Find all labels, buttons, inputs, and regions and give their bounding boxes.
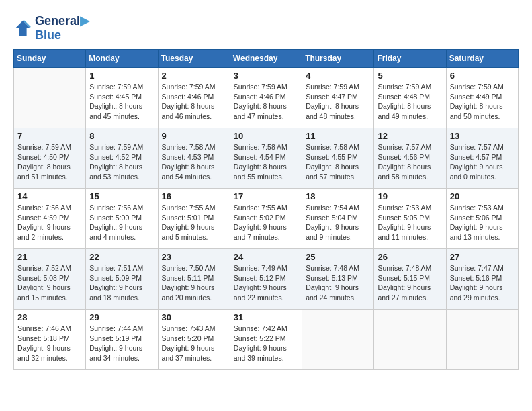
day-number: 17 <box>234 191 298 201</box>
day-info: Sunrise: 7:46 AM Sunset: 5:18 PM Dayligh… <box>17 324 82 363</box>
calendar-body: 1Sunrise: 7:59 AM Sunset: 4:45 PM Daylig… <box>14 68 519 370</box>
day-info: Sunrise: 7:48 AM Sunset: 5:15 PM Dayligh… <box>378 263 442 303</box>
day-info: Sunrise: 7:52 AM Sunset: 5:08 PM Dayligh… <box>17 263 82 303</box>
week-row-1: 1Sunrise: 7:59 AM Sunset: 4:45 PM Daylig… <box>14 68 519 128</box>
day-cell: 1Sunrise: 7:59 AM Sunset: 4:45 PM Daylig… <box>86 68 158 128</box>
day-number: 6 <box>450 71 515 81</box>
weekday-friday: Friday <box>374 50 446 68</box>
day-number: 16 <box>162 191 226 201</box>
day-info: Sunrise: 7:58 AM Sunset: 4:55 PM Dayligh… <box>306 142 370 182</box>
weekday-tuesday: Tuesday <box>158 50 230 68</box>
day-info: Sunrise: 7:47 AM Sunset: 5:16 PM Dayligh… <box>450 263 515 303</box>
day-cell <box>14 68 86 128</box>
day-cell: 9Sunrise: 7:58 AM Sunset: 4:53 PM Daylig… <box>158 128 230 189</box>
day-number: 11 <box>306 131 370 141</box>
day-info: Sunrise: 7:59 AM Sunset: 4:47 PM Dayligh… <box>306 82 370 122</box>
svg-marker-0 <box>15 20 30 35</box>
day-number: 30 <box>162 312 226 322</box>
week-row-3: 14Sunrise: 7:56 AM Sunset: 4:59 PM Dayli… <box>14 189 519 249</box>
day-cell: 28Sunrise: 7:46 AM Sunset: 5:18 PM Dayli… <box>14 310 86 370</box>
logo-text: General▶ Blue <box>35 13 89 42</box>
day-number: 3 <box>234 71 298 81</box>
day-cell: 29Sunrise: 7:44 AM Sunset: 5:19 PM Dayli… <box>86 310 158 370</box>
logo: General▶ Blue <box>13 13 89 42</box>
day-info: Sunrise: 7:55 AM Sunset: 5:02 PM Dayligh… <box>234 203 298 242</box>
day-cell: 23Sunrise: 7:50 AM Sunset: 5:11 PM Dayli… <box>158 249 230 310</box>
day-info: Sunrise: 7:42 AM Sunset: 5:22 PM Dayligh… <box>234 324 298 363</box>
weekday-header-row: SundayMondayTuesdayWednesdayThursdayFrid… <box>14 50 519 68</box>
weekday-monday: Monday <box>86 50 158 68</box>
day-info: Sunrise: 7:57 AM Sunset: 4:57 PM Dayligh… <box>450 142 515 182</box>
day-number: 8 <box>89 131 154 141</box>
day-number: 7 <box>17 131 82 141</box>
day-number: 1 <box>89 71 154 81</box>
day-number: 18 <box>306 191 370 201</box>
day-info: Sunrise: 7:54 AM Sunset: 5:04 PM Dayligh… <box>306 203 370 242</box>
day-cell: 15Sunrise: 7:56 AM Sunset: 5:00 PM Dayli… <box>86 189 158 249</box>
calendar: SundayMondayTuesdayWednesdayThursdayFrid… <box>13 49 519 370</box>
day-cell: 17Sunrise: 7:55 AM Sunset: 5:02 PM Dayli… <box>230 189 302 249</box>
day-info: Sunrise: 7:53 AM Sunset: 5:05 PM Dayligh… <box>378 203 442 242</box>
day-number: 4 <box>306 71 370 81</box>
header: General▶ Blue <box>13 13 519 42</box>
day-cell: 7Sunrise: 7:59 AM Sunset: 4:50 PM Daylig… <box>14 128 86 189</box>
day-info: Sunrise: 7:59 AM Sunset: 4:52 PM Dayligh… <box>89 142 154 182</box>
day-cell: 22Sunrise: 7:51 AM Sunset: 5:09 PM Dayli… <box>86 249 158 310</box>
weekday-sunday: Sunday <box>14 50 86 68</box>
day-cell: 3Sunrise: 7:59 AM Sunset: 4:46 PM Daylig… <box>230 68 302 128</box>
day-number: 10 <box>234 131 298 141</box>
day-cell: 14Sunrise: 7:56 AM Sunset: 4:59 PM Dayli… <box>14 189 86 249</box>
day-cell: 4Sunrise: 7:59 AM Sunset: 4:47 PM Daylig… <box>302 68 374 128</box>
day-cell: 20Sunrise: 7:53 AM Sunset: 5:06 PM Dayli… <box>446 189 518 249</box>
day-number: 22 <box>89 252 154 262</box>
day-cell: 21Sunrise: 7:52 AM Sunset: 5:08 PM Dayli… <box>14 249 86 310</box>
day-number: 26 <box>378 252 442 262</box>
day-info: Sunrise: 7:49 AM Sunset: 5:12 PM Dayligh… <box>234 263 298 303</box>
day-number: 13 <box>450 131 515 141</box>
weekday-saturday: Saturday <box>446 50 518 68</box>
day-cell: 13Sunrise: 7:57 AM Sunset: 4:57 PM Dayli… <box>446 128 518 189</box>
day-info: Sunrise: 7:57 AM Sunset: 4:56 PM Dayligh… <box>378 142 442 182</box>
day-number: 9 <box>162 131 226 141</box>
logo-icon <box>13 19 32 38</box>
day-number: 20 <box>450 191 515 201</box>
day-cell: 11Sunrise: 7:58 AM Sunset: 4:55 PM Dayli… <box>302 128 374 189</box>
day-cell: 24Sunrise: 7:49 AM Sunset: 5:12 PM Dayli… <box>230 249 302 310</box>
day-info: Sunrise: 7:58 AM Sunset: 4:53 PM Dayligh… <box>162 142 226 182</box>
day-cell: 25Sunrise: 7:48 AM Sunset: 5:13 PM Dayli… <box>302 249 374 310</box>
day-info: Sunrise: 7:59 AM Sunset: 4:49 PM Dayligh… <box>450 82 515 122</box>
day-info: Sunrise: 7:50 AM Sunset: 5:11 PM Dayligh… <box>162 263 226 303</box>
day-cell: 26Sunrise: 7:48 AM Sunset: 5:15 PM Dayli… <box>374 249 446 310</box>
day-cell <box>374 310 446 370</box>
day-cell: 10Sunrise: 7:58 AM Sunset: 4:54 PM Dayli… <box>230 128 302 189</box>
day-cell: 16Sunrise: 7:55 AM Sunset: 5:01 PM Dayli… <box>158 189 230 249</box>
day-cell <box>446 310 518 370</box>
day-number: 21 <box>17 252 82 262</box>
day-cell: 19Sunrise: 7:53 AM Sunset: 5:05 PM Dayli… <box>374 189 446 249</box>
day-info: Sunrise: 7:56 AM Sunset: 5:00 PM Dayligh… <box>89 203 154 242</box>
day-cell: 6Sunrise: 7:59 AM Sunset: 4:49 PM Daylig… <box>446 68 518 128</box>
day-number: 12 <box>378 131 442 141</box>
day-info: Sunrise: 7:59 AM Sunset: 4:46 PM Dayligh… <box>162 82 226 122</box>
day-number: 5 <box>378 71 442 81</box>
day-info: Sunrise: 7:55 AM Sunset: 5:01 PM Dayligh… <box>162 203 226 242</box>
day-info: Sunrise: 7:44 AM Sunset: 5:19 PM Dayligh… <box>89 324 154 363</box>
day-info: Sunrise: 7:59 AM Sunset: 4:50 PM Dayligh… <box>17 142 82 182</box>
day-cell: 5Sunrise: 7:59 AM Sunset: 4:48 PM Daylig… <box>374 68 446 128</box>
day-number: 27 <box>450 252 515 262</box>
day-cell: 12Sunrise: 7:57 AM Sunset: 4:56 PM Dayli… <box>374 128 446 189</box>
day-number: 23 <box>162 252 226 262</box>
day-info: Sunrise: 7:51 AM Sunset: 5:09 PM Dayligh… <box>89 263 154 303</box>
day-cell: 31Sunrise: 7:42 AM Sunset: 5:22 PM Dayli… <box>230 310 302 370</box>
week-row-2: 7Sunrise: 7:59 AM Sunset: 4:50 PM Daylig… <box>14 128 519 189</box>
day-info: Sunrise: 7:59 AM Sunset: 4:48 PM Dayligh… <box>378 82 442 122</box>
week-row-5: 28Sunrise: 7:46 AM Sunset: 5:18 PM Dayli… <box>14 310 519 370</box>
day-info: Sunrise: 7:59 AM Sunset: 4:46 PM Dayligh… <box>234 82 298 122</box>
day-info: Sunrise: 7:43 AM Sunset: 5:20 PM Dayligh… <box>162 324 226 363</box>
day-cell: 30Sunrise: 7:43 AM Sunset: 5:20 PM Dayli… <box>158 310 230 370</box>
day-info: Sunrise: 7:48 AM Sunset: 5:13 PM Dayligh… <box>306 263 370 303</box>
day-cell <box>302 310 374 370</box>
weekday-thursday: Thursday <box>302 50 374 68</box>
day-number: 31 <box>234 312 298 322</box>
day-info: Sunrise: 7:53 AM Sunset: 5:06 PM Dayligh… <box>450 203 515 242</box>
